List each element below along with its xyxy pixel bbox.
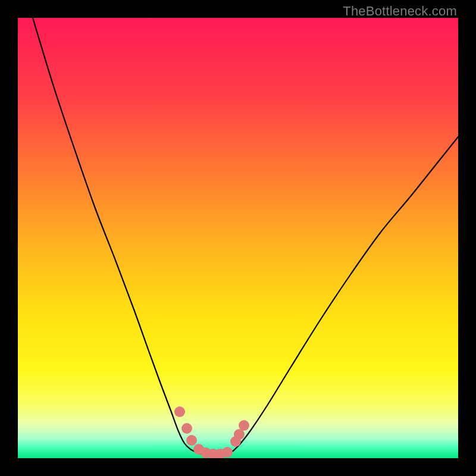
curve-marker (239, 420, 249, 431)
outer-frame: TheBottleneck.com (0, 0, 476, 476)
curve-markers (174, 406, 249, 458)
curve-marker (222, 447, 233, 458)
curve-marker (174, 406, 185, 417)
curve-marker (181, 423, 192, 434)
curve-marker (186, 435, 197, 446)
curve-layer (18, 18, 458, 458)
watermark-text: TheBottleneck.com (343, 4, 457, 19)
bottleneck-curve (33, 18, 458, 455)
plot-area (18, 18, 458, 458)
